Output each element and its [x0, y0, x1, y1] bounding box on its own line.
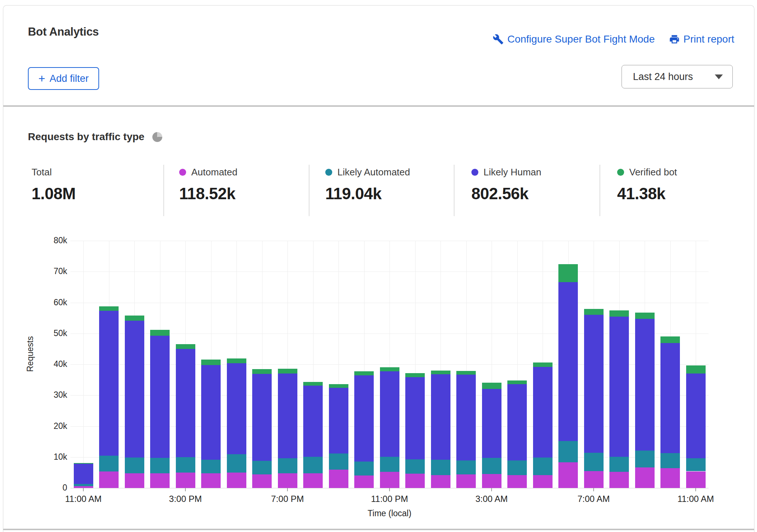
x-tick-mark	[83, 488, 84, 491]
bar-segment	[431, 460, 450, 475]
requests-by-traffic-type-chart: Requests Time (local) 010k20k30k40k50k60…	[0, 220, 757, 532]
y-tick-label: 60k	[41, 298, 67, 307]
stat-likely-automated-label: Likely Automated	[337, 167, 410, 178]
x-axis-title: Time (local)	[334, 509, 445, 518]
x-tick-mark	[287, 488, 288, 491]
bar-segment	[252, 374, 272, 461]
bar-segment	[354, 375, 374, 461]
stat-separator	[309, 165, 309, 216]
x-tick-mark	[695, 488, 696, 491]
bar-segment	[533, 458, 553, 475]
stat-total-value: 1.08M	[32, 185, 76, 203]
bar-segment	[507, 384, 527, 460]
y-tick-label: 40k	[41, 359, 67, 369]
add-filter-button[interactable]: + Add filter	[28, 67, 99, 90]
chevron-down-icon	[715, 74, 723, 79]
bar-segment	[660, 453, 680, 468]
stat-total-label: Total	[32, 167, 52, 178]
bar-segment	[686, 471, 706, 488]
bar-segment	[303, 473, 323, 488]
x-tick-label: 3:00 AM	[462, 494, 521, 504]
bar-segment	[74, 484, 93, 486]
bar-segment	[201, 473, 221, 488]
bar-segment	[176, 457, 195, 473]
bar-segment	[354, 371, 374, 375]
time-range-value: Last 24 hours	[633, 71, 715, 83]
bar-segment	[533, 475, 553, 488]
stat-likely-human-value: 802.56k	[471, 185, 542, 203]
y-tick-label: 0	[41, 483, 67, 493]
bar-segment	[558, 441, 578, 462]
bar-segment	[431, 374, 450, 460]
x-tick-label: 11:00 AM	[54, 494, 113, 504]
stat-automated-label: Automated	[191, 167, 238, 178]
bar-segment	[635, 451, 655, 467]
bar-segment	[380, 367, 399, 371]
bar-segment	[507, 460, 527, 475]
bar-segment	[303, 386, 323, 457]
bar-segment	[227, 363, 246, 454]
stat-likely-automated: Likely Automated 119.04k	[325, 166, 410, 203]
print-report-link[interactable]: Print report	[669, 33, 735, 45]
likely-automated-dot-icon	[325, 169, 332, 176]
bar-segment	[99, 306, 119, 311]
stat-automated-value: 118.52k	[179, 185, 238, 203]
y-tick-label: 20k	[41, 421, 67, 431]
bar-segment	[227, 454, 246, 473]
configure-link-label: Configure Super Bot Fight Mode	[507, 33, 655, 45]
bar-segment	[660, 343, 680, 453]
bar-segment	[609, 317, 629, 457]
bar-segment	[609, 310, 629, 317]
x-tick-mark	[185, 488, 186, 491]
bar-segment	[176, 473, 195, 488]
bar-segment	[201, 460, 221, 473]
x-tick-label: 7:00 PM	[258, 494, 317, 504]
page-title: Bot Analytics	[28, 25, 99, 39]
bar-segment	[660, 468, 680, 488]
likely-human-dot-icon	[471, 169, 478, 176]
time-range-dropdown[interactable]: Last 24 hours	[622, 65, 733, 88]
bar-segment	[482, 389, 501, 458]
bar-segment	[329, 470, 348, 488]
verified-bot-dot-icon	[617, 169, 624, 176]
bar-segment	[431, 371, 450, 374]
bar-segment	[405, 377, 425, 459]
bar-segment	[74, 463, 93, 464]
y-tick-label: 50k	[41, 328, 67, 338]
stat-separator	[454, 165, 454, 216]
stat-automated: Automated 118.52k	[179, 166, 238, 203]
stat-verified-bot-value: 41.38k	[617, 185, 677, 203]
configure-super-bot-fight-mode-link[interactable]: Configure Super Bot Fight Mode	[493, 33, 655, 45]
bar-segment	[609, 457, 629, 472]
automated-dot-icon	[179, 169, 186, 176]
bar-segment	[482, 474, 501, 488]
bar-segment	[252, 461, 272, 474]
pie-chart-icon	[152, 132, 162, 142]
bar-segment	[533, 367, 553, 458]
y-tick-label: 70k	[41, 266, 67, 276]
y-tick-label: 80k	[41, 236, 67, 245]
bar-segment	[482, 458, 501, 474]
bar-segment	[380, 457, 399, 472]
y-tick-label: 30k	[41, 390, 67, 400]
stat-likely-human-label: Likely Human	[483, 167, 542, 178]
bar-segment	[74, 464, 93, 484]
x-tick-mark	[491, 488, 492, 491]
x-tick-mark	[593, 488, 594, 491]
plus-icon: +	[38, 73, 45, 84]
bar-segment	[99, 311, 119, 456]
bar-segment	[278, 369, 297, 374]
header-actions: Configure Super Bot Fight Mode Print rep…	[493, 33, 734, 45]
y-tick-label: 10k	[41, 452, 67, 462]
bar-segment	[635, 319, 655, 451]
bar-segment	[150, 336, 170, 458]
x-tick-label: 11:00 AM	[666, 494, 725, 504]
bar-segment	[278, 458, 297, 473]
bar-segment	[456, 371, 476, 375]
bar-segment	[584, 453, 604, 471]
bar-segment	[431, 475, 450, 488]
bar-segment	[456, 474, 476, 488]
bar-segment	[125, 321, 144, 458]
bar-segment	[252, 369, 272, 374]
bar-segment	[278, 374, 297, 458]
